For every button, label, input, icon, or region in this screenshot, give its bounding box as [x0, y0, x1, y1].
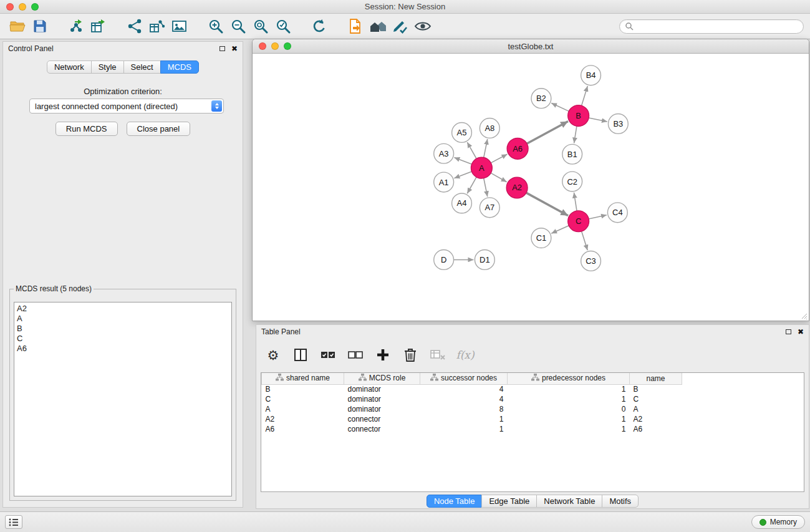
graph-node[interactable]: B2 [531, 89, 551, 109]
close-traffic-icon[interactable] [259, 42, 266, 50]
table-row[interactable]: Bdominator41B [262, 384, 682, 394]
graph-node[interactable]: A [471, 157, 492, 178]
table-cell[interactable]: connector [344, 424, 420, 434]
graph-edge[interactable] [589, 118, 607, 122]
table-cell[interactable]: connector [344, 414, 420, 424]
node-table-container[interactable]: shared name MCDS role successor nodes pr… [261, 372, 804, 492]
table-cell[interactable]: B [630, 384, 682, 394]
table-cell[interactable]: C [262, 394, 344, 404]
table-cell[interactable]: A [630, 404, 682, 414]
delete-row-icon[interactable] [400, 345, 421, 365]
zoom-selected-icon[interactable] [272, 16, 294, 36]
graph-edge[interactable] [491, 173, 506, 181]
tab-network[interactable]: Network [47, 60, 92, 74]
table-row[interactable]: A6connector11A6 [262, 424, 682, 434]
tab-network-table[interactable]: Network Table [536, 495, 602, 508]
settings-gear-icon[interactable]: ⚙ [263, 345, 284, 365]
graph-node[interactable]: A3 [434, 143, 454, 163]
column-header-shared-name[interactable]: shared name [262, 373, 344, 384]
tab-node-table[interactable]: Node Table [427, 495, 483, 508]
graph-node[interactable]: D [434, 250, 454, 270]
table-cell[interactable]: A2 [262, 414, 344, 424]
graph-node[interactable]: B3 [608, 114, 628, 134]
maximize-traffic-icon[interactable] [31, 3, 39, 11]
column-header-mcds-role[interactable]: MCDS role [344, 373, 420, 384]
graph-edge[interactable] [589, 215, 607, 219]
graph-node[interactable]: B [568, 105, 589, 127]
graph-edge[interactable] [582, 86, 588, 105]
search-input[interactable] [637, 22, 798, 31]
graph-edge[interactable] [484, 139, 488, 158]
memory-button[interactable]: Memory [751, 515, 805, 529]
mcds-result-item[interactable]: A [17, 314, 229, 324]
add-row-icon[interactable] [372, 345, 393, 365]
graph-edge[interactable] [574, 193, 577, 211]
graph-edge[interactable] [454, 172, 471, 178]
graph-edge[interactable] [582, 231, 588, 250]
graph-edge[interactable] [484, 178, 488, 197]
network-canvas[interactable]: B4B2BB3A5A8A6B1A3AC2A1A2A4A7C4CC1C3DD1 [253, 54, 808, 320]
zoom-fit-icon[interactable] [249, 16, 272, 36]
mcds-result-item[interactable]: A6 [17, 344, 229, 354]
column-visibility-icon[interactable] [290, 345, 311, 365]
import-table-file-icon[interactable] [87, 16, 110, 36]
graph-node[interactable]: C3 [581, 251, 601, 271]
network-graph[interactable]: B4B2BB3A5A8A6B1A3AC2A1A2A4A7C4CC1C3DD1 [253, 54, 808, 320]
graph-node[interactable]: A1 [434, 172, 454, 192]
graph-node[interactable]: C4 [607, 203, 627, 223]
table-cell[interactable]: dominator [344, 394, 420, 404]
table-cell[interactable]: A2 [630, 414, 682, 424]
style-check-icon[interactable] [389, 16, 412, 36]
export-image-icon[interactable] [168, 16, 191, 36]
maximize-traffic-icon[interactable] [284, 42, 291, 50]
tab-style[interactable]: Style [91, 60, 124, 74]
column-header-predecessor-nodes[interactable]: predecessor nodes [508, 373, 630, 384]
graph-edge[interactable] [551, 226, 569, 234]
graph-node[interactable]: B4 [581, 65, 601, 85]
close-traffic-icon[interactable] [6, 3, 14, 11]
table-cell[interactable]: dominator [344, 404, 420, 414]
graph-node[interactable]: C2 [562, 172, 582, 191]
tab-motifs[interactable]: Motifs [602, 495, 639, 508]
mcds-result-item[interactable]: C [17, 334, 229, 344]
graph-node[interactable]: A8 [480, 118, 499, 138]
table-cell[interactable]: 1 [508, 414, 630, 424]
mcds-result-list[interactable]: A2ABCA6 [14, 302, 232, 496]
graph-node[interactable]: A5 [452, 122, 472, 142]
close-panel-icon[interactable]: ✖ [798, 328, 804, 336]
table-cell[interactable]: C [630, 394, 682, 404]
float-panel-icon[interactable] [786, 329, 791, 334]
refresh-icon[interactable] [308, 16, 330, 36]
graph-edge[interactable] [527, 122, 568, 144]
resize-grip-icon[interactable] [800, 312, 808, 319]
column-header-name[interactable]: name [630, 373, 682, 384]
graph-node[interactable]: A7 [480, 198, 499, 218]
minimize-traffic-icon[interactable] [19, 3, 26, 11]
mcds-result-item[interactable]: A2 [17, 304, 229, 314]
graph-edge[interactable] [467, 142, 476, 158]
table-cell[interactable]: A6 [262, 424, 344, 434]
table-cell[interactable]: 1 [508, 424, 630, 434]
task-list-button[interactable] [5, 515, 22, 529]
new-network-icon[interactable] [123, 16, 146, 36]
open-folder-icon[interactable] [6, 16, 29, 36]
home-icon[interactable] [367, 16, 389, 36]
table-cell[interactable]: dominator [344, 384, 420, 394]
minimize-traffic-icon[interactable] [271, 42, 279, 50]
deselect-all-icon[interactable] [345, 345, 366, 365]
table-row[interactable]: A2connector11A2 [262, 414, 682, 424]
table-cell[interactable]: B [262, 384, 344, 394]
graph-node[interactable]: D1 [475, 250, 494, 270]
tab-edge-table[interactable]: Edge Table [481, 495, 537, 508]
table-cell[interactable]: 4 [420, 394, 508, 404]
table-cell[interactable]: 0 [508, 404, 630, 414]
zoom-out-icon[interactable] [227, 16, 249, 36]
zoom-in-icon[interactable] [205, 16, 227, 36]
graph-node[interactable]: A2 [506, 177, 528, 198]
table-row[interactable]: Adominator80A [262, 404, 682, 414]
close-panel-icon[interactable]: ✖ [231, 45, 238, 52]
graph-node[interactable]: A6 [507, 138, 528, 159]
graph-edge[interactable] [551, 103, 569, 111]
save-icon[interactable] [29, 16, 51, 36]
graph-edge[interactable] [467, 177, 476, 193]
